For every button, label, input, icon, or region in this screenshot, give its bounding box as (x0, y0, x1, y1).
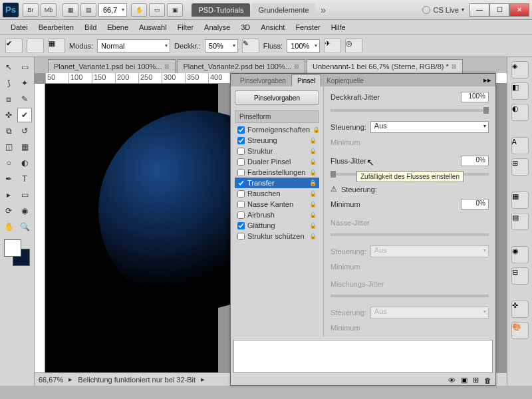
hand-tool-shortcut[interactable]: ✋ (131, 3, 147, 17)
fluss-min-value[interactable]: 0% (461, 199, 489, 209)
brush-option-glättung[interactable]: Glättung🔒 (235, 220, 319, 231)
menu-filter[interactable]: Filter (172, 23, 199, 31)
stamp-tool[interactable]: ⧉ (1, 124, 16, 138)
document-canvas[interactable] (45, 84, 218, 372)
blend-mode-dropdown[interactable]: Normal (97, 39, 170, 53)
workspace-tab[interactable]: Grundelemente (251, 3, 315, 17)
character-panel-icon[interactable]: A (511, 137, 529, 154)
gradient-tool[interactable]: ▦ (17, 140, 32, 154)
brush-shape-header[interactable]: Pinselform (235, 110, 319, 123)
opacity-field[interactable]: 50% (205, 39, 238, 53)
history-panel-icon[interactable]: ◉ (511, 246, 529, 263)
lock-icon[interactable]: 🔒 (309, 222, 317, 229)
lock-icon[interactable]: 🔒 (309, 169, 317, 176)
document-tab[interactable]: Unbenannt-1 bei 66,7% (Sterne, RGB/8) *⊠ (307, 59, 463, 73)
document-tab[interactable]: Planet_Variante2.psd bei 100%...⊠ (177, 59, 305, 73)
brush-option-dualer-pinsel[interactable]: Dualer Pinsel🔒 (235, 156, 319, 167)
minimize-button[interactable]: — (469, 3, 489, 17)
lock-icon[interactable]: 🔒 (309, 211, 317, 218)
color-swatches[interactable] (4, 239, 30, 266)
checkbox[interactable] (237, 148, 245, 155)
brush-option-nasse-kanten[interactable]: Nasse Kanten🔒 (235, 199, 319, 209)
move-tool[interactable]: ↖ (1, 60, 16, 74)
menu-analyse[interactable]: Analyse (199, 23, 235, 31)
styles-panel-icon[interactable]: ✜ (511, 301, 529, 318)
flow-field[interactable]: 100% (287, 39, 320, 53)
tab-pinsel[interactable]: Pinsel (291, 74, 321, 86)
brush-option-streuung[interactable]: Streuung🔒 (235, 135, 319, 146)
3d-camera-tool[interactable]: ◉ (17, 203, 32, 218)
checkbox[interactable] (237, 201, 245, 208)
checkbox[interactable] (237, 211, 245, 219)
view-extras-button[interactable]: ▦ (63, 3, 78, 17)
crop-tool[interactable]: ⧈ (1, 92, 16, 106)
eyedropper-tool[interactable]: ✎ (17, 92, 32, 106)
pen-tool[interactable]: ✒ (1, 172, 16, 186)
view-guides-button[interactable]: ▤ (80, 3, 96, 17)
3d-tool[interactable]: ⟳ (1, 203, 16, 218)
path-select-tool[interactable]: ▸ (1, 188, 16, 202)
lock-icon[interactable]: 🔒 (309, 137, 317, 144)
brush-option-formeigenschaften[interactable]: Formeigenschaften🔒 (235, 124, 319, 135)
lasso-tool[interactable]: ⟆ (1, 76, 16, 90)
hand-tool[interactable]: ✋ (1, 219, 16, 234)
menu-3d[interactable]: 3D (235, 23, 255, 31)
tab-pinselvorgaben[interactable]: Pinselvorgaben (235, 75, 291, 86)
blur-tool[interactable]: ○ (1, 156, 16, 170)
brush-option-struktur-schützen[interactable]: Struktur schützen🔒 (235, 231, 319, 241)
chevron-right-icon[interactable]: » (321, 5, 326, 15)
tablet-pressure-icon[interactable]: ◎ (345, 39, 362, 53)
brush-option-transfer[interactable]: Transfer🔒 (235, 178, 319, 188)
new-icon[interactable]: ⊞ (473, 376, 479, 384)
maximize-button[interactable]: ☐ (489, 3, 509, 17)
menu-auswahl[interactable]: Auswahl (134, 23, 172, 31)
close-icon[interactable]: ⊠ (452, 63, 457, 70)
checkbox[interactable] (237, 180, 245, 187)
airbrush-icon[interactable]: ✈ (324, 39, 341, 53)
checkbox[interactable] (237, 190, 245, 198)
info-panel-icon[interactable]: ▤ (511, 213, 529, 230)
menu-hilfe[interactable]: Hilfe (326, 23, 351, 31)
menu-fenster[interactable]: Fenster (290, 23, 325, 31)
lock-icon[interactable]: 🔒 (313, 126, 320, 133)
shape-tool[interactable]: ▭ (17, 188, 32, 202)
close-button[interactable]: ✕ (509, 3, 529, 17)
cs-live[interactable]: CS Live▾ (422, 6, 464, 14)
adjustments-icon[interactable]: ◐ (511, 104, 529, 121)
opacity-pressure-icon[interactable]: ✎ (242, 39, 259, 53)
foreground-color[interactable] (4, 239, 21, 257)
navigator-panel-icon[interactable]: 🎨 (511, 322, 529, 339)
toggle-preview-icon[interactable]: 👁 (448, 376, 456, 384)
menu-datei[interactable]: Datei (5, 23, 33, 31)
bridge-button[interactable]: Br (23, 3, 39, 17)
zoom-level-dropdown[interactable]: 66,7 (98, 3, 127, 17)
panel-menu-icon[interactable]: ▸▸ (479, 74, 495, 86)
dodge-tool[interactable]: ◐ (17, 156, 32, 170)
checkbox[interactable] (237, 126, 245, 134)
document-tab[interactable]: Planet_Variante1.psd bei 100%...⊠ (48, 59, 176, 73)
layers-panel-icon[interactable]: ◈ (511, 61, 529, 78)
new-preset-icon[interactable]: ▣ (461, 376, 467, 384)
menu-ansicht[interactable]: Ansicht (255, 23, 290, 31)
menu-bild[interactable]: Bild (79, 23, 102, 31)
checkbox[interactable] (237, 222, 245, 229)
lock-icon[interactable]: 🔒 (309, 201, 317, 207)
healing-tool[interactable]: ✜ (1, 108, 16, 122)
close-icon[interactable]: ⊠ (164, 63, 170, 70)
brush-option-struktur[interactable]: Struktur🔒 (235, 146, 319, 156)
actions-panel-icon[interactable]: ⊟ (511, 267, 529, 285)
color-panel-icon[interactable]: ◧ (511, 82, 529, 100)
workspace-tab[interactable]: PSD-Tutorials (192, 3, 250, 17)
brush-panel-toggle[interactable]: ▦ (48, 39, 65, 53)
checkbox[interactable] (237, 137, 245, 144)
swatches-panel-icon[interactable]: ▦ (511, 192, 529, 209)
zoom-readout[interactable]: 66,67% (39, 376, 63, 384)
checkbox[interactable] (237, 233, 245, 240)
history-brush-tool[interactable]: ↺ (17, 124, 32, 138)
brush-option-airbrush[interactable]: Airbrush🔒 (235, 209, 319, 220)
preset-button[interactable]: Pinselvorgaben (235, 90, 319, 105)
fluss-jitter-value[interactable]: 0% (461, 156, 489, 166)
brush-option-farbeinstellungen[interactable]: Farbeinstellungen🔒 (235, 167, 319, 178)
zoom-tool[interactable]: 🔍 (17, 219, 32, 234)
deckkraft-jitter-slider[interactable] (331, 109, 489, 112)
